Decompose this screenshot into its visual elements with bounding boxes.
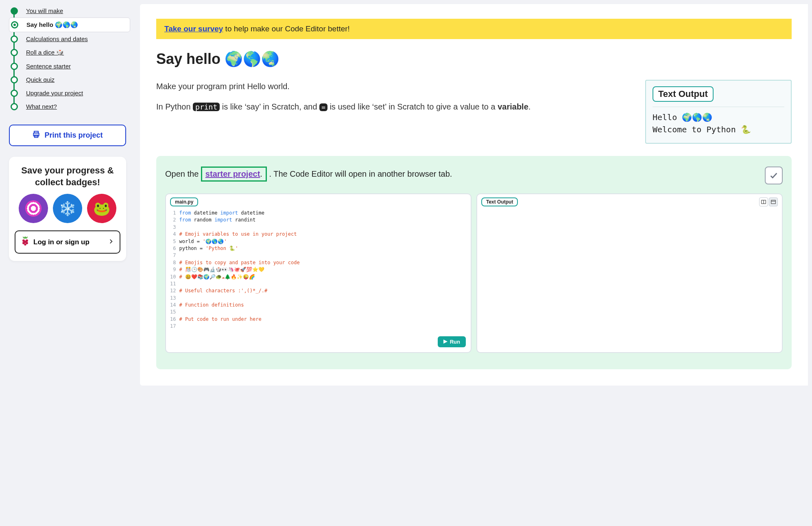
code-file-tab[interactable]: main.py bbox=[170, 197, 198, 206]
step-link[interactable]: Quick quiz bbox=[26, 76, 55, 83]
run-button[interactable]: Run bbox=[438, 336, 466, 347]
step-progress-dot-icon bbox=[11, 21, 18, 28]
line-number-gutter: 1234567891011121314151617 bbox=[170, 210, 179, 330]
example-output-card: Text Output Hello 🌍🌎🌏 Welcome to Python … bbox=[645, 80, 792, 144]
survey-rest: to help make our Code Editor better! bbox=[223, 24, 350, 33]
login-label: Log in or sign up bbox=[33, 238, 89, 246]
step-progress-dot-icon bbox=[11, 63, 18, 70]
layout-split-icon[interactable] bbox=[759, 197, 768, 206]
sidebar-step[interactable]: Roll a dice 🎲 bbox=[9, 46, 130, 59]
badge-snowflake-icon: ❄️ bbox=[53, 194, 82, 223]
sidebar-step[interactable]: Sentence starter bbox=[9, 59, 130, 73]
step-list: You will makeSay hello 🌍🌎🌏Calculations a… bbox=[9, 4, 130, 113]
code-chip-print: print bbox=[193, 103, 220, 111]
step-progress-dot-icon bbox=[11, 35, 18, 43]
output-tab[interactable]: Text Output bbox=[481, 197, 518, 206]
code-lines[interactable]: from datetime import datetime from rando… bbox=[179, 210, 467, 330]
step-link[interactable]: Roll a dice 🎲 bbox=[26, 49, 64, 56]
main-content: Take our survey to help make our Code Ed… bbox=[140, 4, 808, 386]
step-link[interactable]: Say hello 🌍🌎🌏 bbox=[26, 21, 78, 28]
raspberry-pi-icon bbox=[21, 236, 29, 248]
starter-project-link[interactable]: starter project bbox=[205, 169, 260, 178]
chevron-right-icon bbox=[108, 238, 114, 246]
step-link[interactable]: Calculations and dates bbox=[26, 35, 88, 42]
step-progress-dot-icon bbox=[11, 49, 18, 56]
badge-frog-icon: 🐸 bbox=[87, 194, 116, 223]
intro-p1: Make your program print Hello world. bbox=[156, 80, 633, 93]
layout-tabs-icon[interactable] bbox=[769, 197, 778, 206]
step-link[interactable]: Sentence starter bbox=[26, 63, 71, 70]
intro-text: Make your program print Hello world. In … bbox=[156, 80, 633, 121]
task-done-checkbox[interactable] bbox=[765, 167, 783, 184]
task-card: Open the starter project. . The Code Edi… bbox=[156, 156, 792, 369]
sidebar: You will makeSay hello 🌍🌎🌏Calculations a… bbox=[4, 4, 130, 261]
step-progress-dot-icon bbox=[11, 7, 18, 15]
step-link[interactable]: You will make bbox=[26, 7, 63, 14]
svg-rect-12 bbox=[771, 200, 776, 204]
page-title: Say hello 🌍🌎🌏 bbox=[156, 50, 792, 68]
sidebar-step[interactable]: Upgrade your project bbox=[9, 86, 130, 100]
sidebar-step[interactable]: Calculations and dates bbox=[9, 32, 130, 46]
login-signup-button[interactable]: Log in or sign up bbox=[15, 230, 120, 254]
print-icon bbox=[32, 130, 40, 140]
sidebar-step[interactable]: Quick quiz bbox=[9, 73, 130, 86]
code-chip-equals: = bbox=[319, 103, 327, 111]
step-progress-dot-icon bbox=[11, 103, 18, 110]
print-label: Print this project bbox=[44, 131, 103, 140]
code-editor-pane: main.py 1234567891011121314151617 from d… bbox=[165, 193, 471, 353]
example-output-text: Hello 🌍🌎🌏 Welcome to Python 🐍 bbox=[653, 107, 784, 136]
text-output-tag: Text Output bbox=[653, 86, 714, 102]
sidebar-step[interactable]: You will make bbox=[9, 4, 130, 18]
step-progress-dot-icon bbox=[11, 76, 18, 83]
survey-banner: Take our survey to help make our Code Ed… bbox=[156, 19, 792, 39]
intro-p2: In Python print is like ‘say’ in Scratch… bbox=[156, 100, 633, 113]
sidebar-step[interactable]: Say hello 🌍🌎🌏 bbox=[9, 18, 130, 32]
badge-row: ❄️ 🐸 bbox=[15, 194, 120, 223]
step-link[interactable]: What next? bbox=[26, 103, 57, 110]
sidebar-step[interactable]: What next? bbox=[9, 100, 130, 113]
step-link[interactable]: Upgrade your project bbox=[26, 90, 83, 96]
print-project-button[interactable]: Print this project bbox=[9, 125, 126, 146]
output-pane: Text Output bbox=[476, 193, 783, 353]
survey-link[interactable]: Take our survey bbox=[164, 24, 223, 33]
step-progress-dot-icon bbox=[11, 90, 18, 97]
progress-card: Save your progress & collect badges! ❄️ … bbox=[9, 157, 126, 261]
badge-target-icon bbox=[19, 194, 48, 223]
svg-point-8 bbox=[24, 243, 26, 245]
progress-heading: Save your progress & collect badges! bbox=[15, 165, 120, 188]
task-instruction: Open the starter project. . The Code Edi… bbox=[165, 167, 757, 182]
svg-marker-9 bbox=[443, 340, 447, 344]
